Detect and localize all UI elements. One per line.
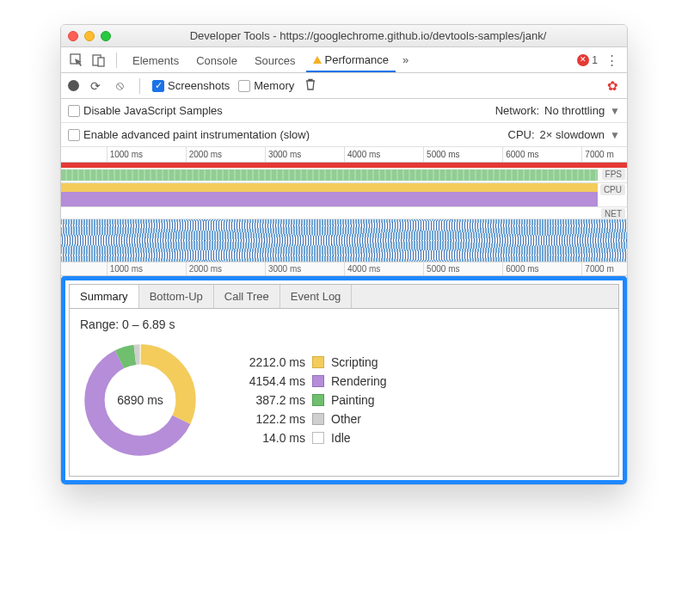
devtools-window: Developer Tools - https://googlechrome.g… xyxy=(60,24,628,485)
settings-row-2: Enable advanced paint instrumentation (s… xyxy=(61,123,627,147)
chevron-down-icon: ▼ xyxy=(610,105,620,117)
summary-highlight: Summary Bottom-Up Call Tree Event Log Ra… xyxy=(61,276,627,484)
details-tab-event-log[interactable]: Event Log xyxy=(280,285,353,308)
swatch-other-icon xyxy=(312,413,324,425)
legend-row-scripting: 2212.0 ms Scripting xyxy=(235,353,387,372)
ruler-tick: 1000 ms xyxy=(107,262,143,275)
cpu-lane[interactable]: CPU xyxy=(61,183,627,207)
disable-js-label: Disable JavaScript Samples xyxy=(83,104,223,117)
separator xyxy=(139,78,140,94)
ruler-tick: 5000 ms xyxy=(423,262,459,275)
checkbox-unchecked-icon xyxy=(68,105,80,117)
screenshots-checkbox[interactable]: ✓ Screenshots xyxy=(152,79,230,92)
summary-panel: Range: 0 – 6.89 s 6890 ms 2212.0 ms Scri… xyxy=(69,309,619,477)
flame-ruler[interactable]: 1000 ms 2000 ms 3000 ms 4000 ms 5000 ms … xyxy=(61,262,627,276)
summary-legend: 2212.0 ms Scripting 4154.4 ms Rendering … xyxy=(235,353,387,447)
ruler-tick: 1000 ms xyxy=(107,147,143,162)
legend-row-painting: 387.2 ms Painting xyxy=(235,391,387,410)
ruler-tick: 5000 ms xyxy=(423,147,459,162)
network-label: Network: xyxy=(495,104,539,117)
swatch-scripting-icon xyxy=(312,356,324,368)
titlebar: Developer Tools - https://googlechrome.g… xyxy=(61,25,627,47)
network-throttle-select[interactable]: No throttling xyxy=(544,104,605,117)
tab-sources[interactable]: Sources xyxy=(248,49,303,71)
net-lane[interactable]: NET xyxy=(61,207,627,219)
cpu-label: CPU: xyxy=(508,128,535,141)
memory-label: Memory xyxy=(254,79,294,92)
reload-button[interactable]: ⟳ xyxy=(88,79,103,93)
ruler-tick: 3000 ms xyxy=(265,262,301,275)
panel-tabbar: Elements Console Sources Performance » ✕… xyxy=(61,47,627,73)
tab-console[interactable]: Console xyxy=(189,49,244,71)
panel-tabs: Elements Console Sources Performance » xyxy=(126,48,412,72)
ruler-tick: 7000 m xyxy=(581,262,613,275)
performance-toolbar: ⟳ ⦸ ✓ Screenshots Memory ✿ xyxy=(61,73,627,99)
tab-performance-label: Performance xyxy=(325,53,389,66)
cpu-lane-label: CPU xyxy=(600,184,625,195)
details-tabs: Summary Bottom-Up Call Tree Event Log xyxy=(69,284,619,309)
details-tab-bottom-up[interactable]: Bottom-Up xyxy=(139,285,214,308)
summary-range: Range: 0 – 6.89 s xyxy=(80,317,608,331)
ruler-tick: 2000 ms xyxy=(186,147,222,162)
capture-settings-button[interactable]: ✿ xyxy=(605,78,620,94)
close-icon[interactable] xyxy=(68,31,78,41)
legend-row-idle: 14.0 ms Idle xyxy=(235,428,387,447)
legend-row-rendering: 4154.4 ms Rendering xyxy=(235,372,387,391)
ruler-tick: 6000 ms xyxy=(502,262,538,275)
error-count: 1 xyxy=(592,54,598,66)
donut-total-label: 6890 ms xyxy=(80,340,200,460)
swatch-idle-icon xyxy=(312,432,324,444)
ruler-tick: 4000 ms xyxy=(344,262,380,275)
disable-js-samples-checkbox[interactable]: Disable JavaScript Samples xyxy=(68,104,223,117)
window-title: Developer Tools - https://googlechrome.g… xyxy=(116,29,620,42)
warning-icon xyxy=(313,56,322,64)
checkbox-unchecked-icon xyxy=(238,80,250,92)
fps-lane[interactable]: FPS xyxy=(61,168,627,183)
details-tab-summary[interactable]: Summary xyxy=(70,285,139,308)
checkbox-checked-icon: ✓ xyxy=(152,80,164,92)
ruler-tick: 7000 m xyxy=(581,147,613,162)
checkbox-unchecked-icon xyxy=(68,129,80,141)
inspect-element-icon[interactable] xyxy=(68,52,85,69)
summary-donut-chart: 6890 ms xyxy=(80,340,200,460)
clear-button[interactable]: ⦸ xyxy=(112,78,127,93)
ruler-tick: 2000 ms xyxy=(186,262,222,275)
error-counter[interactable]: ✕ 1 xyxy=(577,54,598,66)
cpu-throttle-select[interactable]: 2× slowdown xyxy=(540,128,605,141)
more-options-icon[interactable]: ⋮ xyxy=(603,52,620,68)
chevron-down-icon: ▼ xyxy=(610,129,620,141)
screenshots-label: Screenshots xyxy=(168,79,230,92)
fps-lane-label: FPS xyxy=(602,169,625,180)
collect-garbage-button[interactable] xyxy=(303,78,318,93)
window-controls xyxy=(68,31,111,41)
net-lane-label: NET xyxy=(601,208,625,219)
screenshot-filmstrip[interactable] xyxy=(61,219,627,262)
advanced-paint-label: Enable advanced paint instrumentation (s… xyxy=(83,128,310,141)
memory-checkbox[interactable]: Memory xyxy=(238,79,294,92)
tab-performance[interactable]: Performance xyxy=(306,48,396,72)
error-icon: ✕ xyxy=(577,54,589,66)
settings-row-1: Disable JavaScript Samples Network: No t… xyxy=(61,99,627,123)
ruler-tick: 4000 ms xyxy=(344,147,380,162)
advanced-paint-checkbox[interactable]: Enable advanced paint instrumentation (s… xyxy=(68,128,310,141)
separator xyxy=(116,52,117,68)
record-button[interactable] xyxy=(68,80,79,91)
svg-rect-2 xyxy=(98,58,104,66)
swatch-painting-icon xyxy=(312,394,324,406)
legend-row-other: 122.2 ms Other xyxy=(235,410,387,428)
tab-elements[interactable]: Elements xyxy=(126,49,186,71)
minimize-icon[interactable] xyxy=(84,31,95,41)
details-tab-call-tree[interactable]: Call Tree xyxy=(214,285,280,308)
device-toolbar-icon[interactable] xyxy=(90,52,108,69)
swatch-rendering-icon xyxy=(312,375,324,387)
overview-ruler[interactable]: 1000 ms 2000 ms 3000 ms 4000 ms 5000 ms … xyxy=(61,147,627,163)
ruler-tick: 3000 ms xyxy=(265,147,301,162)
ruler-tick: 6000 ms xyxy=(502,147,538,162)
zoom-icon[interactable] xyxy=(101,31,111,41)
tabs-overflow-button[interactable]: » xyxy=(399,48,412,71)
